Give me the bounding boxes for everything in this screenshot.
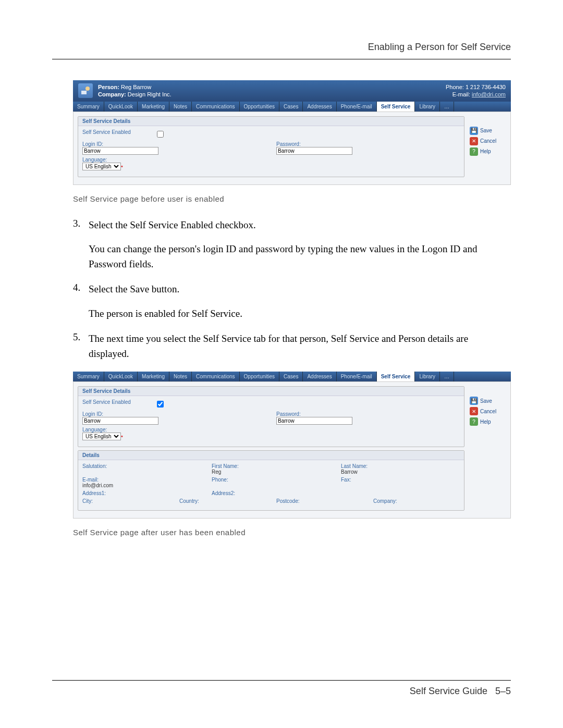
cancel-button[interactable]: ✕Cancel (470, 137, 506, 145)
tab-library[interactable]: Library (415, 102, 440, 112)
tab-opportunities[interactable]: Opportunities (240, 102, 279, 112)
login-id-input[interactable] (82, 147, 158, 155)
tab-communications[interactable]: Communications (192, 102, 239, 112)
svg-point-1 (85, 87, 90, 91)
tab-quicklook[interactable]: QuickLook (104, 102, 138, 112)
tab-opportunities[interactable]: Opportunities (240, 372, 279, 381)
tab-communications[interactable]: Communications (192, 372, 239, 381)
caption-before: Self Service page before user is enabled (73, 194, 511, 203)
details-panel: Details Salutation: First Name:Reg Last … (78, 450, 464, 511)
self-service-enabled-checkbox[interactable] (157, 131, 164, 138)
step-item: 3.Select the Self Service Enabled checkb… (73, 218, 511, 272)
language-select[interactable]: US English (82, 433, 121, 440)
help-icon: ? (470, 417, 478, 426)
tab-summary[interactable]: Summary (73, 372, 104, 381)
tab-marketing[interactable]: Marketing (138, 372, 169, 381)
login-id-input[interactable] (82, 417, 158, 425)
cancel-icon: ✕ (470, 407, 478, 415)
app-header: Person: Reg Barrow Company: Design Right… (73, 80, 511, 102)
help-button[interactable]: ?Help (470, 417, 506, 426)
help-button[interactable]: ?Help (470, 147, 506, 156)
self-service-enabled-checkbox[interactable] (157, 401, 164, 408)
page-footer: Self Service Guide 5–5 (52, 680, 511, 697)
tab-notes[interactable]: Notes (169, 372, 192, 381)
caption-after: Self Service page after user has been en… (73, 528, 511, 537)
tab-addresses[interactable]: Addresses (303, 372, 336, 381)
tab-selfservice[interactable]: Self Service (377, 372, 415, 381)
tab-phoneemail[interactable]: Phone/E-mail (337, 372, 377, 381)
self-service-details-panel: Self Service Details Self Service Enable… (78, 116, 464, 177)
tab-[interactable]: … (440, 102, 454, 112)
cancel-button[interactable]: ✕Cancel (470, 407, 506, 415)
tab-cases[interactable]: Cases (279, 372, 303, 381)
screenshot-before: Person: Reg Barrow Company: Design Right… (73, 80, 511, 185)
language-select[interactable]: US English (82, 163, 121, 170)
step-item: 5.The next time you select the Self Serv… (73, 331, 511, 361)
person-icon (78, 83, 93, 98)
save-button[interactable]: 💾Save (470, 397, 506, 405)
cancel-icon: ✕ (470, 137, 478, 145)
password-input[interactable] (276, 147, 352, 155)
tab-quicklook[interactable]: QuickLook (104, 372, 138, 381)
tab-summary[interactable]: Summary (73, 102, 104, 112)
tab-bar: SummaryQuickLookMarketingNotesCommunicat… (73, 372, 511, 381)
step-list: 3.Select the Self Service Enabled checkb… (73, 218, 511, 362)
save-button[interactable]: 💾Save (470, 127, 506, 135)
screenshot-after: SummaryQuickLookMarketingNotesCommunicat… (73, 372, 511, 519)
tab-addresses[interactable]: Addresses (303, 102, 336, 112)
tab-bar: SummaryQuickLookMarketingNotesCommunicat… (73, 102, 511, 112)
tab-library[interactable]: Library (415, 372, 440, 381)
password-input[interactable] (276, 417, 352, 425)
save-icon: 💾 (470, 127, 478, 135)
page-header: Enabling a Person for Self Service (52, 42, 511, 59)
tab-[interactable]: … (440, 372, 454, 381)
self-service-details-panel: Self Service Details Self Service Enable… (78, 386, 464, 447)
save-icon: 💾 (470, 397, 478, 405)
tab-phoneemail[interactable]: Phone/E-mail (337, 102, 377, 112)
tab-marketing[interactable]: Marketing (138, 102, 169, 112)
email-link[interactable]: info@dri.com (472, 91, 506, 97)
tab-notes[interactable]: Notes (169, 102, 192, 112)
tab-selfservice[interactable]: Self Service (377, 102, 415, 112)
step-item: 4.Select the Save button.The person is e… (73, 282, 511, 321)
tab-cases[interactable]: Cases (279, 102, 303, 112)
help-icon: ? (470, 147, 478, 156)
svg-rect-0 (81, 91, 87, 94)
